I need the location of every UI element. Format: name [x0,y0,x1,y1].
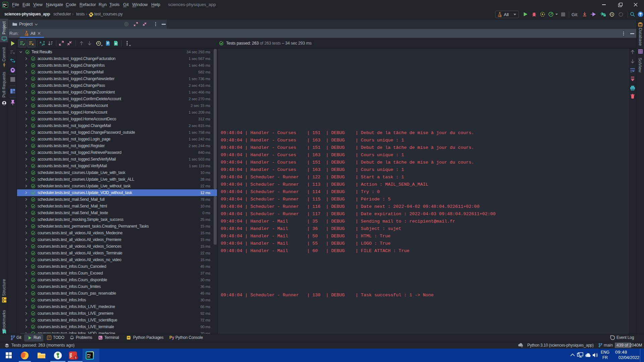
svg-text:5: 5 [75,356,76,359]
svg-text:dj: dj [26,33,28,36]
svg-text:PC: PC [3,3,7,6]
svg-text:A: A [40,41,42,44]
svg-text:Z: Z [42,43,44,46]
svg-text:PC: PC [87,353,91,356]
svg-text:dj: dj [499,14,501,17]
